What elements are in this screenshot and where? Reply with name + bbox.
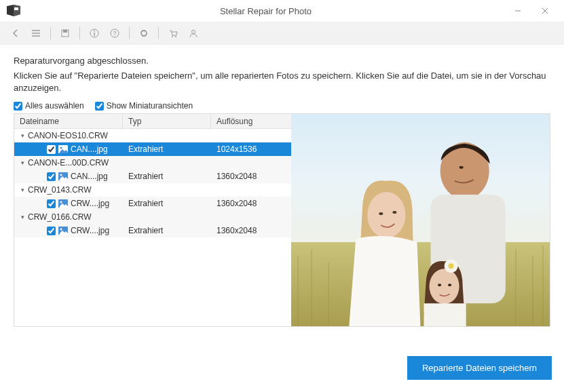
- svg-point-40: [379, 212, 383, 215]
- app-logo-icon: [5, 4, 22, 18]
- column-filename[interactable]: Dateiname: [14, 114, 123, 128]
- refresh-icon[interactable]: [135, 24, 153, 42]
- tree-child-row[interactable]: CRW....jpgExtrahiert1360x2048: [14, 197, 291, 210]
- file-type: Extrahiert: [123, 226, 211, 235]
- svg-rect-27: [291, 114, 550, 249]
- svg-point-16: [172, 36, 173, 37]
- back-button[interactable]: [7, 24, 24, 42]
- file-resolution: 1360x2048: [211, 226, 291, 235]
- status-title: Reparaturvorgang abgeschlossen.: [14, 56, 550, 66]
- save-icon[interactable]: [56, 24, 74, 42]
- svg-point-47: [449, 264, 454, 269]
- minimize-button[interactable]: [504, 1, 531, 20]
- column-resolution[interactable]: Auflösung: [211, 114, 291, 128]
- file-label: CRW....jpg: [71, 199, 109, 208]
- svg-point-13: [94, 31, 95, 32]
- close-button[interactable]: [531, 1, 559, 20]
- toolbar-separator: [79, 27, 80, 39]
- svg-point-18: [192, 31, 195, 34]
- file-checkbox[interactable]: [47, 145, 56, 154]
- file-type: Extrahiert: [123, 172, 211, 181]
- svg-point-20: [60, 147, 62, 149]
- file-type: Extrahiert: [123, 144, 211, 154]
- image-icon: [58, 145, 68, 153]
- info-icon[interactable]: [86, 24, 103, 42]
- file-label: CRW_0166.CRW: [28, 212, 92, 222]
- tree-parent-row[interactable]: ▾CANON-EOS10.CRW: [14, 129, 291, 142]
- select-all-label: Alles auswählen: [25, 101, 84, 111]
- svg-point-44: [438, 284, 441, 287]
- image-icon: [58, 199, 68, 208]
- file-type: Extrahiert: [123, 199, 211, 208]
- svg-point-24: [60, 201, 62, 203]
- file-label: CAN....jpg: [71, 144, 108, 154]
- svg-rect-10: [63, 30, 67, 33]
- cart-icon[interactable]: [164, 24, 182, 42]
- file-label: CANON-E...00D.CRW: [28, 158, 109, 168]
- show-thumbnails-label: Show Miniaturansichten: [107, 101, 193, 111]
- titlebar: Stellar Repair for Photo: [0, 0, 564, 22]
- file-label: CRW....jpg: [71, 226, 109, 235]
- tree-parent-row[interactable]: ▾CRW_0166.CRW: [14, 210, 291, 224]
- toolbar-separator: [129, 27, 130, 39]
- svg-point-43: [430, 269, 459, 305]
- toolbar-separator: [158, 27, 159, 39]
- save-repaired-button[interactable]: Reparierte Dateien speichern: [407, 356, 552, 380]
- table-header: Dateiname Typ Auflösung: [14, 114, 291, 129]
- file-resolution: 1360x2048: [211, 172, 291, 181]
- svg-point-26: [60, 229, 62, 231]
- svg-rect-48: [424, 304, 466, 327]
- file-tree[interactable]: Dateiname Typ Auflösung ▾CANON-EOS10.CRW…: [14, 114, 291, 326]
- toolbar: ?: [0, 22, 564, 45]
- expand-icon[interactable]: ▾: [18, 132, 26, 139]
- svg-point-22: [60, 174, 62, 176]
- tree-child-row[interactable]: CAN....jpgExtrahiert1360x2048: [14, 170, 291, 183]
- select-all-checkbox[interactable]: Alles auswählen: [14, 101, 84, 111]
- file-checkbox[interactable]: [47, 227, 56, 235]
- tree-parent-row[interactable]: ▾CANON-E...00D.CRW: [14, 156, 291, 170]
- tree-child-row[interactable]: CRW....jpgExtrahiert1360x2048: [14, 224, 291, 237]
- tree-parent-row[interactable]: ▾CRW_0143.CRW: [14, 183, 291, 197]
- expand-icon[interactable]: ▾: [18, 187, 26, 193]
- column-type[interactable]: Typ: [123, 114, 211, 128]
- svg-marker-1: [14, 5, 20, 16]
- svg-point-41: [392, 211, 396, 214]
- image-icon: [58, 172, 68, 180]
- svg-text:?: ?: [113, 30, 116, 37]
- file-checkbox[interactable]: [47, 199, 56, 208]
- file-resolution: 1360x2048: [211, 199, 291, 208]
- menu-button[interactable]: [27, 24, 45, 42]
- preview-pane: [291, 114, 550, 326]
- expand-icon[interactable]: ▾: [18, 159, 26, 166]
- tree-child-row[interactable]: CAN....jpgExtrahiert1024x1536: [14, 142, 291, 156]
- toolbar-separator: [50, 27, 51, 39]
- status-subtitle: Klicken Sie auf "Reparierte Dateien spei…: [14, 70, 550, 94]
- file-label: CRW_0143.CRW: [28, 185, 92, 195]
- svg-rect-28: [291, 242, 550, 326]
- file-checkbox[interactable]: [47, 172, 56, 181]
- svg-point-39: [367, 192, 405, 238]
- expand-icon[interactable]: ▾: [18, 214, 26, 220]
- window-title: Stellar Repair for Photo: [27, 6, 504, 16]
- svg-rect-2: [14, 7, 18, 10]
- user-icon[interactable]: [185, 24, 202, 42]
- file-label: CAN....jpg: [71, 172, 108, 181]
- image-icon: [58, 227, 68, 235]
- svg-point-17: [175, 36, 176, 37]
- help-icon[interactable]: ?: [106, 24, 124, 42]
- svg-point-37: [459, 166, 464, 169]
- file-resolution: 1024x1536: [211, 144, 291, 154]
- svg-point-45: [448, 284, 451, 287]
- show-thumbnails-checkbox[interactable]: Show Miniaturansichten: [95, 101, 193, 111]
- file-label: CANON-EOS10.CRW: [28, 131, 108, 140]
